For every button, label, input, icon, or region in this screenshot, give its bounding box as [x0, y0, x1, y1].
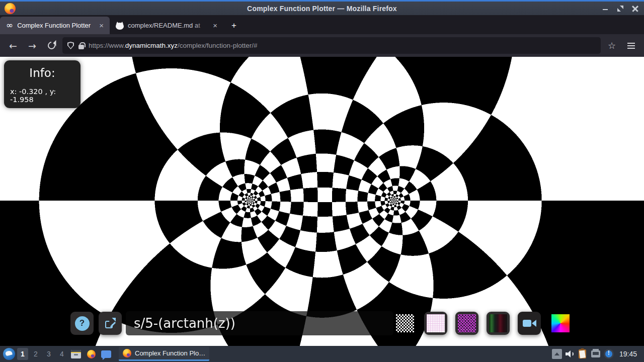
hamburger-icon [627, 45, 635, 46]
url-text[interactable]: https://www.dynamicmath.xyz/complex/func… [89, 42, 596, 49]
infinity-icon: ∞ [6, 21, 13, 30]
window-title: Complex Function Plotter — Mozilla Firef… [0, 5, 644, 13]
up-triangle-icon [554, 352, 559, 355]
help-button[interactable]: ? [70, 312, 94, 335]
star-icon: ☆ [608, 40, 616, 51]
plot-viewport: Info: x: -0.320 , y: -1.958 ? s/5-(arcta… [0, 57, 644, 346]
function-input[interactable]: s/5-(arctanh(z)) [126, 311, 393, 335]
url-domain: dynamicmath.xyz [125, 42, 178, 49]
tab-title: Complex Function Plotter [17, 22, 94, 29]
applications-menu-icon[interactable] [3, 348, 15, 360]
restore-button[interactable] [617, 5, 624, 12]
tracking-shield-icon[interactable] [67, 42, 74, 49]
phase-pattern-scheme-button[interactable] [455, 312, 478, 335]
file-manager-icon [71, 350, 81, 358]
reload-icon [46, 40, 56, 51]
dark-scheme-button[interactable] [487, 312, 510, 335]
question-mark-icon: ? [75, 316, 90, 331]
back-button[interactable]: ← [5, 38, 21, 54]
grid-scheme-button[interactable] [424, 312, 447, 335]
updates-tray-icon[interactable] [603, 348, 614, 359]
nav-toolbar: ← → https://www.dynamicmath.xyz/complex/… [0, 34, 644, 57]
menu-button[interactable] [623, 38, 639, 54]
url-path: /complex/function-plotter/# [178, 42, 257, 49]
window-controls [602, 2, 639, 15]
video-camera-icon [523, 320, 536, 327]
chat-app-launcher[interactable] [100, 347, 113, 360]
zigzag-pattern-icon [458, 314, 476, 332]
volume-tray-icon[interactable] [564, 348, 575, 359]
github-icon [116, 22, 124, 30]
tab-complex-function-plotter[interactable]: ∞ Complex Function Plotter × [0, 17, 110, 34]
function-plot-canvas[interactable] [0, 57, 644, 346]
titlebar[interactable]: Complex Function Plotter — Mozilla Firef… [0, 0, 644, 15]
grid-pattern-icon [427, 314, 445, 332]
workspace-1[interactable]: 1 [17, 348, 28, 360]
tab-bar: ∞ Complex Function Plotter × complex/REA… [0, 15, 644, 34]
url-bar[interactable]: https://www.dynamicmath.xyz/complex/func… [62, 37, 601, 54]
workspace-4[interactable]: 4 [56, 348, 67, 360]
tab-close-icon[interactable]: × [98, 21, 105, 30]
info-panel-title: Info: [4, 66, 80, 79]
taskbar-window-title: Complex Function Plo… [135, 349, 205, 357]
info-panel: Info: x: -0.320 , y: -1.958 [4, 60, 80, 108]
ethernet-icon [591, 350, 600, 357]
firefox-icon [123, 349, 131, 357]
workspace-2[interactable]: 2 [30, 348, 41, 360]
url-scheme: https://www. [89, 42, 125, 49]
bookmark-button[interactable]: ☆ [604, 38, 620, 54]
chat-icon [101, 350, 111, 358]
firefox-window: Complex Function Plotter — Mozilla Firef… [0, 0, 644, 362]
network-tray-icon[interactable] [590, 348, 601, 359]
share-link-button[interactable] [99, 312, 122, 335]
minimize-button[interactable] [602, 5, 609, 12]
firefox-logo-icon [5, 3, 16, 14]
function-expression: s/5-(arctanh(z)) [134, 316, 235, 331]
close-button[interactable] [632, 5, 639, 12]
tab-title: complex/README.md at [128, 22, 208, 29]
dark-stripes-icon [489, 314, 507, 332]
clipboard-tray-icon[interactable] [577, 348, 588, 359]
forward-button[interactable]: → [24, 38, 40, 54]
lock-icon[interactable] [78, 45, 84, 49]
new-tab-button[interactable]: + [226, 17, 242, 34]
tab-github-readme[interactable]: complex/README.md at × [110, 17, 223, 34]
clipboard-icon [579, 349, 586, 358]
workspace-3[interactable]: 3 [43, 348, 54, 360]
taskbar-clock: 19:45 [619, 350, 637, 358]
external-link-icon [105, 318, 115, 328]
checkerboard-scheme-button[interactable] [396, 314, 414, 332]
firefox-icon [87, 350, 96, 358]
tab-close-icon[interactable]: × [212, 21, 218, 30]
desktop-taskbar: 1 2 3 4 Complex Function Plo… 19:45 [0, 346, 644, 362]
notification-badge-icon [604, 349, 614, 359]
tray-expander-button[interactable] [552, 349, 562, 359]
rainbow-scheme-button[interactable] [551, 314, 570, 332]
taskbar-window-button[interactable]: Complex Function Plo… [119, 347, 209, 361]
reload-button[interactable] [43, 38, 59, 54]
animation-button[interactable] [518, 312, 541, 335]
file-manager-launcher[interactable] [69, 347, 83, 360]
firefox-launcher[interactable] [85, 347, 98, 360]
cursor-coordinates: x: -0.320 , y: -1.958 [10, 87, 80, 104]
speaker-icon [566, 350, 574, 357]
